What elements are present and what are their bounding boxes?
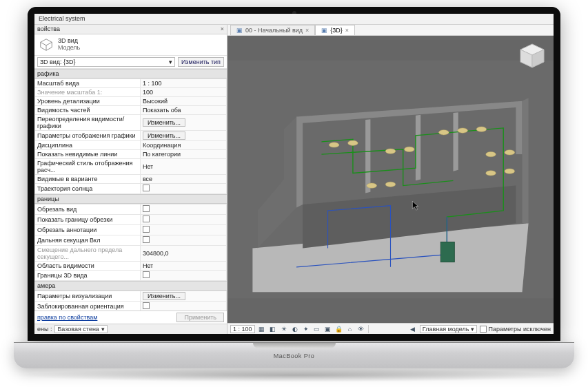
close-icon[interactable]: × <box>221 25 224 33</box>
main-model-dropdown[interactable]: Главная модель ▾ <box>420 325 478 333</box>
property-value[interactable]: 100 <box>140 88 226 97</box>
shadows-icon[interactable]: ◐ <box>291 325 299 333</box>
property-value[interactable]: Нет <box>140 159 226 175</box>
property-group-header[interactable]: рафика <box>34 69 227 78</box>
view-scale-value: 1 : 100 <box>233 326 252 333</box>
property-group-header[interactable]: раницы <box>34 194 227 204</box>
property-row: ДисциплинаКоординация <box>35 141 227 150</box>
property-key: Параметры отображения графики <box>35 131 141 141</box>
property-value[interactable]: Показать оба <box>140 106 226 115</box>
reveal-hidden-icon[interactable]: 👁 <box>357 325 365 333</box>
lock-icon[interactable]: 🔒 <box>335 325 343 333</box>
property-value[interactable] <box>140 235 226 246</box>
type-selector[interactable]: 3D вид Модель <box>34 34 227 56</box>
view-selector-dropdown[interactable]: 3D вид: {3D} ▾ <box>37 57 175 67</box>
svg-point-21 <box>385 182 396 187</box>
property-row: Показать невидимые линииПо категории <box>35 150 227 159</box>
property-value[interactable]: Координация <box>140 141 226 150</box>
property-row: Показать границу обрезки <box>35 215 227 225</box>
properties-help-link[interactable]: правка по свойствам <box>37 314 97 321</box>
property-key: Дисциплина <box>35 141 141 150</box>
checkbox[interactable] <box>143 226 150 233</box>
property-row: Заблокированная ориентация <box>35 302 227 311</box>
checkbox[interactable] <box>143 236 150 243</box>
render-icon[interactable]: ✦ <box>302 325 310 333</box>
home-icon[interactable]: ⌂ <box>346 325 354 333</box>
close-icon[interactable]: × <box>345 27 349 34</box>
property-value[interactable]: 304800,0 <box>140 246 226 262</box>
crop-view-icon[interactable]: ▭ <box>313 325 321 333</box>
checkbox[interactable] <box>143 185 150 191</box>
property-value[interactable]: Изменить... <box>140 291 226 302</box>
selection-value: Базовая стена <box>57 326 99 333</box>
property-value[interactable]: Нет <box>140 262 226 271</box>
edit-button[interactable]: Изменить... <box>143 292 185 300</box>
checkbox[interactable] <box>143 205 150 212</box>
property-group-header[interactable]: амера <box>34 281 227 291</box>
detail-level-icon[interactable]: ▦ <box>258 325 266 333</box>
property-key: Показать границу обрезки <box>35 215 141 225</box>
property-value[interactable]: Изменить... <box>140 115 226 131</box>
checkbox[interactable] <box>143 215 150 222</box>
property-value[interactable] <box>140 302 226 311</box>
property-value[interactable] <box>140 215 226 225</box>
app-title-bar: Electrical system <box>34 14 554 25</box>
svg-marker-6 <box>416 115 420 181</box>
property-value[interactable] <box>140 184 226 194</box>
type-sub: Модель <box>58 45 80 52</box>
view-cube[interactable]: ⌂ <box>516 41 548 73</box>
view-tab[interactable]: ▣{3D}× <box>315 25 355 35</box>
property-value[interactable]: Изменить... <box>140 131 226 141</box>
edit-button[interactable]: Изменить... <box>143 118 185 127</box>
svg-marker-7 <box>453 112 458 171</box>
exclusion-params-label: Параметры исключен <box>488 326 551 333</box>
view-tab[interactable]: ▣00 - Начальный вид× <box>230 25 315 35</box>
property-row: Смещение дальнего предела секущего...304… <box>35 246 227 262</box>
nav-left-icon[interactable]: ◀ <box>409 325 417 333</box>
properties-panel: войства × 3D вид Модель <box>34 25 227 334</box>
edit-type-button[interactable]: Изменить тип <box>178 57 224 67</box>
exclusion-params-check[interactable]: Параметры исключен <box>480 326 551 333</box>
home-icon[interactable]: ⌂ <box>520 43 523 48</box>
property-key: Уровень детализации <box>35 97 141 106</box>
visual-style-icon[interactable]: ◧ <box>269 325 277 333</box>
property-row: Параметры отображения графикиИзменить... <box>35 131 227 141</box>
property-value[interactable] <box>140 204 226 215</box>
sun-path-icon[interactable]: ☀ <box>280 325 288 333</box>
svg-point-10 <box>348 140 358 145</box>
view-scale-dropdown[interactable]: 1 : 100 <box>230 325 255 333</box>
property-key: Параметры визуализации <box>35 291 141 302</box>
svg-rect-22 <box>440 242 454 262</box>
checkbox[interactable] <box>143 271 150 278</box>
view-selector-value: 3D вид: {3D} <box>40 59 76 65</box>
laptop-brand-label: MacBook Pro <box>274 353 315 359</box>
svg-point-20 <box>367 183 377 188</box>
property-value[interactable]: 1 : 100 <box>140 79 226 88</box>
property-row: Траектория солнца <box>35 184 227 194</box>
property-key: Смещение дальнего предела секущего... <box>35 246 141 262</box>
crop-region-icon[interactable]: ▣ <box>324 325 332 333</box>
property-row: Видимость частейПоказать оба <box>35 106 227 115</box>
property-value[interactable]: По категории <box>140 150 226 159</box>
cube-icon <box>39 37 54 52</box>
property-row: Дальняя секущая Вкл <box>35 235 227 246</box>
selection-dropdown[interactable]: Базовая стена ▾ <box>54 325 107 333</box>
property-value[interactable]: все <box>140 175 226 184</box>
main-viewport: ▣00 - Начальный вид×▣{3D}× <box>227 25 554 334</box>
3d-canvas[interactable]: ⌂ <box>227 36 554 323</box>
property-key: Переопределения видимости/графики <box>35 115 141 131</box>
property-key: Границы 3D вида <box>35 271 141 281</box>
checkbox[interactable] <box>143 302 150 309</box>
property-value[interactable] <box>140 271 226 281</box>
svg-point-16 <box>486 151 496 156</box>
apply-button[interactable]: Применить <box>176 313 224 322</box>
svg-point-9 <box>329 143 339 147</box>
view-icon: ▣ <box>236 27 243 34</box>
property-key: Графический стиль отображения расч... <box>35 159 141 175</box>
edit-button[interactable]: Изменить... <box>143 132 185 140</box>
property-value[interactable] <box>140 225 226 235</box>
property-value[interactable]: Высокий <box>140 97 226 106</box>
close-icon[interactable]: × <box>305 27 309 34</box>
property-key: Область видимости <box>35 262 141 271</box>
app-title: Electrical system <box>39 15 85 22</box>
